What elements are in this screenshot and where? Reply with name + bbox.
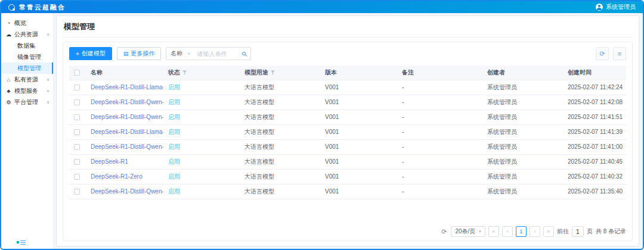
chevron-down-icon: ∨ [47,77,49,82]
sidebar-item-model-service[interactable]: ♣ 模型服务 ∨ [1,85,53,96]
user-menu[interactable]: 系统管理员 [596,3,636,11]
sidebar-item-label: 模型管理 [17,64,41,73]
creator-cell: 系统管理员 [487,114,517,120]
collapse-sidebar-icon [17,241,19,243]
col-header-version: 版本 [325,69,337,76]
sidebar-item-dataset[interactable]: 数据集 [1,40,53,51]
model-name-link[interactable]: DeepSeek-R1-Distill-Qwen-7B [91,188,163,195]
row-checkbox[interactable] [74,159,80,165]
user-name: 系统管理员 [606,3,636,11]
create-model-button[interactable]: + 创建模型 [69,47,112,60]
brand-title: 常青云超融合 [19,3,66,12]
page-size-value: 20条/页 [455,227,475,236]
first-page-button[interactable]: « [488,226,499,237]
usage-cell: 大语言模型 [244,99,274,105]
more-actions-button[interactable]: ▤ 更多操作 [117,47,162,60]
last-page-button[interactable]: » [543,226,554,237]
row-checkbox[interactable] [74,129,80,135]
chevron-up-icon: ∧ [47,32,49,37]
chevron-down-icon: ∨ [47,100,49,105]
row-checkbox[interactable] [74,189,80,195]
sidebar-item-label: 公共资源 [14,30,38,39]
collapse-sidebar-button[interactable] [17,240,26,245]
page-size-select[interactable]: 20条/页 ▾ [451,226,485,237]
col-header-usage: 模型用途 [244,68,268,77]
table-panel: + 创建模型 ▤ 更多操作 名称 ∨ [63,42,633,241]
status-badge: 启用 [168,84,180,90]
table-row: DeepSeek-R1-Distill-Qwen-14B 启用 大语言模型 V0… [69,110,626,124]
usage-cell: 大语言模型 [244,158,274,165]
sidebar-item-public-resources[interactable]: ☁ 公共资源 ∧ [1,29,53,40]
search-field-select[interactable]: 名称 ∨ [166,49,194,58]
usage-cell: 大语言模型 [244,129,274,135]
pagination: ⟳ 20条/页 ▾ « ‹ 1 › » 前往 页 共 8 条记录 [69,223,626,237]
goto-page-input[interactable] [572,226,584,237]
sidebar-item-platform-mgmt[interactable]: ⚙ 平台管理 ∨ [1,96,53,108]
prev-page-button[interactable]: ‹ [502,226,513,237]
cloud-icon: ☁ [5,32,12,38]
creator-cell: 系统管理员 [487,173,517,180]
column-settings-button[interactable]: ≡ [613,47,626,60]
more-actions-label: 更多操作 [131,49,154,58]
model-name-link[interactable]: DeepSeek-R1-Distill-Llama-70B [91,84,163,90]
pagination-refresh-icon[interactable]: ⟳ [441,228,447,236]
model-name-link[interactable]: DeepSeek-R1-Distill-Llama-8B [91,129,163,135]
top-header: 常青云超融合 系统管理员 [1,1,643,13]
remark-cell: - [402,143,404,150]
sidebar-item-private-resources[interactable]: ⌂ 私有资源 ∨ [1,74,53,85]
search-button[interactable] [237,52,250,55]
created-cell: 2025-02-07 11:40:32 [568,173,623,180]
model-name-link[interactable]: DeepSeek-R1-Distill-Qwen-32B [91,99,163,105]
status-badge: 启用 [168,143,180,150]
next-page-button[interactable]: › [530,226,540,237]
version-cell: V001 [325,114,339,120]
usage-cell: 大语言模型 [244,114,274,120]
row-checkbox[interactable] [74,99,80,105]
page-number-button[interactable]: 1 [516,226,527,237]
created-cell: 2025-02-07 11:40:45 [568,158,623,165]
model-name-link[interactable]: DeepSeek-R1-Distill-Qwen-14B [91,114,163,120]
model-name-link[interactable]: DeepSeek-R1-Zero [91,173,143,180]
user-avatar-icon [596,4,603,11]
filter-icon[interactable] [182,70,187,74]
clipboard-icon: ▤ [123,51,129,57]
status-badge: 启用 [168,188,180,195]
col-header-status: 状态 [168,68,180,77]
total-records: 共 8 条记录 [596,227,626,236]
select-all-checkbox[interactable] [74,70,80,76]
status-badge: 启用 [168,114,180,120]
model-name-link[interactable]: DeepSeek-R1-Distill-Qwen-1.5B [91,143,163,150]
table-row: DeepSeek-R1 启用 大语言模型 V001 - 系统管理员 2025-0… [69,154,626,169]
table-row: DeepSeek-R1-Distill-Qwen-32B 启用 大语言模型 V0… [69,95,626,110]
remark-cell: - [402,188,404,195]
menu-bars-icon [20,240,26,245]
plus-icon: + [76,51,79,57]
sidebar-item-image-mgmt[interactable]: 镜像管理 [1,51,53,62]
sidebar-item-model-mgmt[interactable]: 模型管理 [1,62,53,74]
remark-cell: - [402,114,404,120]
filter-icon[interactable] [271,70,275,74]
row-checkbox[interactable] [74,174,80,180]
remark-cell: - [402,158,404,165]
created-cell: 2025-02-07 11:41:39 [568,129,623,135]
search-field-value: 名称 [171,49,182,58]
cluster-icon: ♣ [5,88,12,94]
main-area: 模型管理 + 创建模型 ▤ 更多操作 [54,13,643,249]
search-icon [242,52,246,55]
model-name-link[interactable]: DeepSeek-R1 [91,158,128,165]
row-checkbox[interactable] [74,144,80,150]
created-cell: 2025-02-07 11:35:40 [568,188,623,195]
col-header-remark: 备注 [402,69,414,76]
created-cell: 2025-02-07 11:42:08 [568,99,623,105]
status-badge: 启用 [168,158,180,165]
refresh-button[interactable]: ⟳ [596,47,609,60]
remark-cell: - [402,129,404,135]
remark-cell: - [402,84,404,90]
creator-cell: 系统管理员 [487,143,517,150]
sidebar-item-overview[interactable]: ◔ 概览 [1,17,53,29]
usage-cell: 大语言模型 [244,188,274,195]
version-cell: V001 [325,188,339,195]
search-input[interactable] [194,51,237,57]
row-checkbox[interactable] [74,85,80,90]
row-checkbox[interactable] [74,114,80,120]
